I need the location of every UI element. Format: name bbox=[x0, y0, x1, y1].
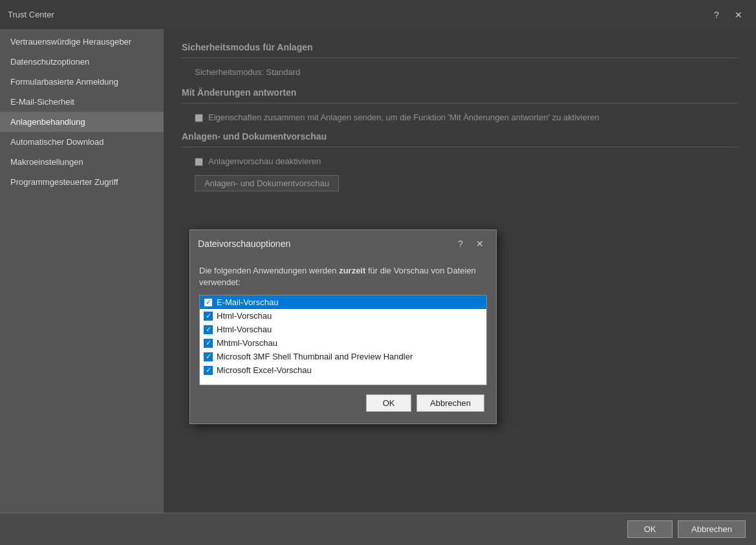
list-item-html-preview-2[interactable]: ✓Html-Vorschau bbox=[200, 323, 486, 336]
dialog-description: Die folgenden Anwendungen werden zurzeit… bbox=[199, 265, 487, 288]
list-item-label-html-preview-1: Html-Vorschau bbox=[217, 311, 272, 321]
sidebar-item-attachment-handling[interactable]: Anlagenbehandlung bbox=[0, 112, 164, 132]
sidebar-item-programmatic-access[interactable]: Programmgesteuerter Zugriff bbox=[0, 172, 164, 192]
list-item-label-html-preview-2: Html-Vorschau bbox=[217, 325, 272, 334]
item-checkbox-mhtml-preview: ✓ bbox=[204, 339, 213, 348]
main-cancel-button[interactable]: Abbrechen bbox=[678, 520, 746, 538]
dialog-footer: OK Abbrechen bbox=[199, 394, 487, 414]
dialog-title-controls: ? ✕ bbox=[452, 235, 488, 252]
list-item-label-mhtml-preview: Mhtml-Vorschau bbox=[217, 338, 277, 348]
dialog-title: Dateivorschauoptionen bbox=[198, 239, 290, 249]
item-checkbox-email-preview: ✓ bbox=[204, 298, 213, 307]
item-checkbox-ms3mf-preview: ✓ bbox=[204, 352, 213, 361]
file-preview-dialog: Dateivorschauoptionen ? ✕ Die folgenden … bbox=[189, 230, 497, 424]
desc-highlight: zurzeit bbox=[339, 266, 365, 275]
sidebar: Vertrauenswürdige HerausgeberDatenschutz… bbox=[0, 29, 164, 513]
main-area: Vertrauenswürdige HerausgeberDatenschutz… bbox=[0, 29, 756, 513]
list-item-email-preview[interactable]: ✓E-Mail-Vorschau bbox=[200, 295, 486, 309]
list-item-label-ms3mf-preview: Microsoft 3MF Shell Thumbnail and Previe… bbox=[217, 352, 413, 361]
title-bar: Trust Center ? ✕ bbox=[0, 0, 756, 29]
list-item-mhtml-preview[interactable]: ✓Mhtml-Vorschau bbox=[200, 336, 486, 350]
sidebar-item-form-login[interactable]: Formularbasierte Anmeldung bbox=[0, 72, 164, 92]
list-item-html-preview-1[interactable]: ✓Html-Vorschau bbox=[200, 309, 486, 323]
dialog-ok-button[interactable]: OK bbox=[366, 394, 411, 412]
dialog-body: Die folgenden Anwendungen werden zurzeit… bbox=[190, 257, 496, 423]
sidebar-item-auto-download[interactable]: Automatischer Download bbox=[0, 132, 164, 152]
sidebar-item-trusted-publishers[interactable]: Vertrauenswürdige Herausgeber bbox=[0, 32, 164, 52]
app-title: Trust Center bbox=[8, 10, 54, 19]
sidebar-item-email-security[interactable]: E-Mail-Sicherheit bbox=[0, 92, 164, 112]
help-button[interactable]: ? bbox=[707, 5, 726, 25]
content-area: Sicherheitsmodus für Anlagen Sicherheits… bbox=[164, 29, 756, 513]
list-item-label-email-preview: E-Mail-Vorschau bbox=[217, 297, 278, 307]
dialog-help-button[interactable]: ? bbox=[452, 235, 469, 252]
dialog-cancel-button[interactable]: Abbrechen bbox=[416, 394, 484, 412]
close-button[interactable]: ✕ bbox=[729, 5, 748, 25]
dialog-close-button[interactable]: ✕ bbox=[471, 235, 488, 252]
preview-list[interactable]: ✓E-Mail-Vorschau✓Html-Vorschau✓Html-Vors… bbox=[199, 295, 487, 385]
list-item-excel-preview[interactable]: ✓Microsoft Excel-Vorschau bbox=[200, 363, 486, 377]
list-item-label-excel-preview: Microsoft Excel-Vorschau bbox=[217, 365, 312, 375]
list-item-ms3mf-preview[interactable]: ✓Microsoft 3MF Shell Thumbnail and Previ… bbox=[200, 350, 486, 363]
main-ok-button[interactable]: OK bbox=[627, 520, 673, 538]
bottom-bar: OK Abbrechen bbox=[0, 513, 756, 545]
item-checkbox-html-preview-1: ✓ bbox=[204, 312, 213, 321]
dialog-overlay: Dateivorschauoptionen ? ✕ Die folgenden … bbox=[164, 29, 756, 513]
sidebar-item-macro-settings[interactable]: Makroeinstellungen bbox=[0, 152, 164, 172]
sidebar-item-privacy-options[interactable]: Datenschutzoptionen bbox=[0, 52, 164, 72]
title-bar-controls: ? ✕ bbox=[707, 5, 748, 25]
item-checkbox-excel-preview: ✓ bbox=[204, 366, 213, 375]
dialog-titlebar: Dateivorschauoptionen ? ✕ bbox=[190, 230, 496, 257]
item-checkbox-html-preview-2: ✓ bbox=[204, 325, 213, 334]
